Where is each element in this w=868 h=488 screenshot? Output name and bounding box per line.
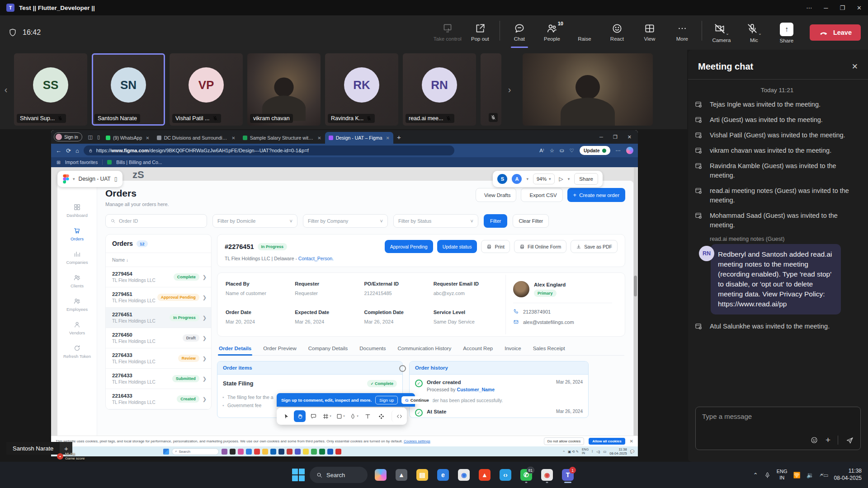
layers-panel-icon[interactable]: ▯ [114, 176, 118, 182]
export-csv-button[interactable]: Export CSV [521, 188, 562, 202]
emoji-icon[interactable] [810, 436, 818, 444]
copilot-icon[interactable] [626, 147, 633, 154]
wifi-icon[interactable]: ⟟ [592, 449, 593, 454]
pdf-icon[interactable] [335, 449, 341, 455]
browser-restore-icon[interactable]: ❐ [613, 134, 618, 140]
video-tile[interactable] [481, 53, 501, 126]
dark-app-icon[interactable] [230, 449, 236, 455]
create-new-order-button[interactable]: + Create new order [567, 188, 625, 202]
tab-close-icon[interactable]: ✕ [386, 136, 390, 141]
toolbar-button-people[interactable]: People10 [537, 18, 567, 47]
chevron-down-icon[interactable]: ⌄ [758, 31, 762, 36]
filmstrip-next-button[interactable]: › [504, 77, 515, 102]
avatar[interactable]: A [512, 174, 522, 184]
home-icon[interactable]: ⌂ [75, 147, 79, 154]
scrollbar[interactable] [634, 167, 637, 446]
order-row[interactable]: 2276433TL Flex Holdings LLCSubmitted❯ [106, 369, 211, 389]
system-clock[interactable]: 11:3808-04-2025 [834, 468, 862, 482]
send-icon[interactable] [845, 436, 854, 445]
chat-input[interactable]: Type a message + [695, 407, 861, 450]
browser-tab[interactable]: Sample Salary Structure with calc✕ [239, 132, 325, 144]
new-tab-button[interactable]: + [397, 133, 401, 141]
toolbar-button-mic[interactable]: ⌄Mic [739, 18, 769, 47]
mic-tray-icon[interactable] [764, 472, 771, 479]
excel-icon[interactable] [319, 449, 325, 455]
tab-communication-history[interactable]: Communication History [396, 343, 452, 355]
start-icon[interactable] [163, 449, 169, 455]
chevron-down-icon[interactable]: ▾ [343, 414, 345, 418]
language-indicator[interactable]: ENGIN [582, 448, 589, 455]
taskbar-icon-chrome[interactable]: ◉ [455, 466, 472, 483]
taskbar-icon-whatsapp[interactable]: ✆81 [518, 466, 535, 483]
taskbar-icon-copilot[interactable] [372, 466, 389, 483]
window-more-icon[interactable]: ⋯ [806, 5, 812, 11]
volume-icon[interactable]: 🔉 [807, 472, 814, 479]
tab-close-icon[interactable]: ✕ [231, 136, 235, 141]
video-tile-shivani-sup---[interactable]: SSShivani Sup... [14, 53, 87, 126]
video-tile-presenter[interactable] [523, 53, 653, 126]
chevron-down-icon[interactable]: ⌄ [726, 31, 729, 36]
browser-tab[interactable]: Design - UAT – Figma✕ [325, 132, 393, 144]
taskbar-search[interactable]: Search [310, 467, 368, 483]
toolbar-button-pop-out[interactable]: Pop out [465, 18, 495, 47]
sidebar-item-clients[interactable]: Clients [59, 274, 95, 288]
toolbar-button-view[interactable]: View [635, 18, 665, 47]
filter-button[interactable]: Filter [484, 214, 507, 228]
taskbar-icon-chrome-profile[interactable]: ◉ [538, 466, 556, 483]
comment-tool[interactable] [307, 410, 319, 422]
sidebar-item-vendors[interactable]: Vendors [59, 321, 95, 335]
contact-phone[interactable]: 2123874901 [513, 309, 612, 314]
tab-account-rep[interactable]: Account Rep [462, 343, 494, 355]
battery-icon[interactable]: 🗲▭ [820, 471, 828, 479]
url-field[interactable]: https://www.figma.com/design/9BKQ0FOHRWa… [84, 145, 454, 155]
save-as-pdf-button[interactable]: Save as PDF [571, 240, 618, 253]
sidebar-item-refresh-token[interactable]: Refresh Token [59, 344, 95, 359]
tab-close-icon[interactable]: ✕ [146, 136, 149, 141]
column-header-name[interactable]: Name ↓ [106, 253, 211, 267]
word-icon[interactable] [327, 449, 333, 455]
back-icon[interactable]: ← [56, 147, 61, 154]
text-tool[interactable] [362, 410, 373, 422]
tray-chevron-icon[interactable]: ⌃ [753, 472, 758, 479]
order-row[interactable]: 2216433TL Flex Holdings LLCCreated❯ [106, 389, 211, 409]
filmstrip-prev-button[interactable]: ‹ [0, 77, 12, 102]
avatar[interactable]: S [497, 174, 507, 184]
sidebar-item-dashboard[interactable]: Dashboard [59, 203, 95, 218]
taskbar-icon-brave[interactable]: ▲ [476, 466, 493, 483]
leave-button[interactable]: Leave [810, 24, 861, 41]
update-status-button[interactable]: Update status [437, 240, 477, 253]
tab-documents[interactable]: Documents [359, 343, 387, 355]
collections-icon[interactable]: ♡ [570, 147, 574, 154]
browser-close-icon[interactable]: ✕ [627, 134, 632, 140]
taskbar-icon-file-explorer[interactable]: ▤ [414, 466, 431, 483]
video-tile-ravindra-k---[interactable]: RKRavindra K... [325, 53, 398, 126]
pen-tool[interactable]: ▾ [348, 410, 360, 422]
browser-minimize-icon[interactable]: ─ [599, 134, 603, 140]
video-tile-vishal-patil----[interactable]: VPVishal Patil ... [170, 53, 243, 126]
taskbar-icon-edge[interactable]: e [434, 466, 452, 483]
window-maximize-icon[interactable]: ❐ [840, 5, 845, 11]
chevron-down-icon[interactable]: ▾ [330, 414, 331, 418]
toolbar-button-chat[interactable]: Chat [505, 18, 534, 47]
sidebar-item-companies[interactable]: Companies [59, 250, 95, 265]
shared-search-box[interactable]: ⌕Search [172, 448, 219, 455]
tray-chevron-icon[interactable]: ^ [563, 450, 565, 454]
tab-close-icon[interactable]: ✕ [317, 136, 321, 141]
favorites-import-link[interactable]: Import favorites [65, 160, 98, 165]
frame-tool[interactable]: ▾ [321, 410, 333, 422]
dev-mode-tool[interactable] [392, 410, 403, 422]
language-indicator[interactable]: ENGIN [777, 469, 788, 481]
figma-doc-title[interactable]: Design - UAT [79, 176, 111, 182]
print-button[interactable]: Print [481, 240, 510, 253]
tab-sales-receipt[interactable]: Sales Receipt [532, 343, 566, 355]
deny-cookies-button[interactable]: Do not allow cookies [544, 437, 584, 445]
toolbar-button-take-control[interactable]: Take control [433, 18, 462, 47]
taskbar-icon-teams[interactable]: T1 [559, 466, 576, 483]
chevron-down-icon[interactable]: ▾ [568, 177, 570, 181]
volume-icon[interactable]: ◁) [596, 450, 600, 454]
sticky-notes-icon[interactable] [303, 449, 309, 455]
shopping-icon[interactable]: ⛀ [560, 147, 564, 154]
component-tool[interactable] [375, 410, 387, 422]
creative-app-icon[interactable] [238, 449, 244, 455]
tab-company-details[interactable]: Company Details [307, 343, 349, 355]
